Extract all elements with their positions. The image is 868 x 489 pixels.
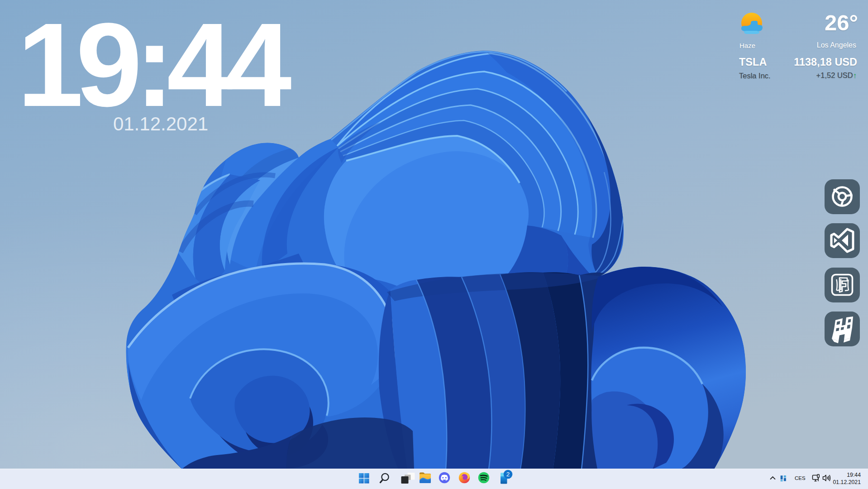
svg-text:CES: CES [795,475,806,481]
svg-text:2: 2 [506,471,510,478]
svg-text:01.12.2021: 01.12.2021 [833,479,861,485]
svg-text:19:44: 19:44 [847,472,861,478]
